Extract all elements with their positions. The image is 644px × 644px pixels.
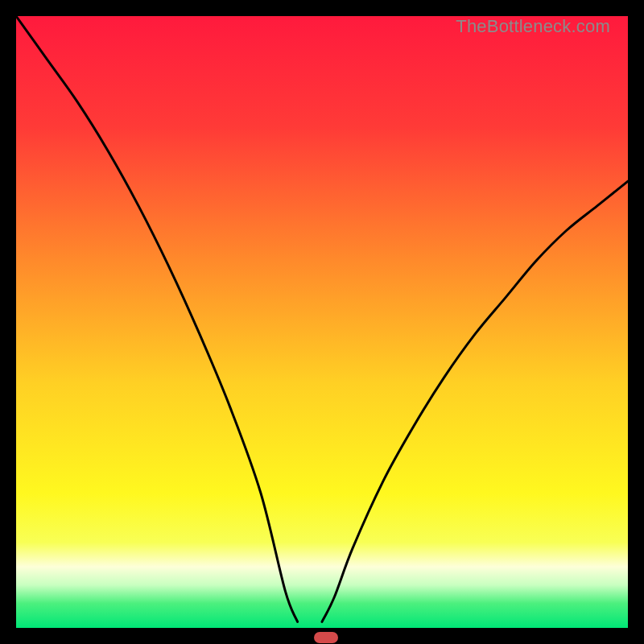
curve-left — [16, 16, 298, 621]
chart-frame: TheBottleneck.com — [16, 16, 628, 628]
watermark-text: TheBottleneck.com — [456, 16, 610, 37]
chart-curves — [16, 16, 628, 628]
curve-right — [322, 181, 628, 621]
bottleneck-marker — [314, 632, 338, 643]
